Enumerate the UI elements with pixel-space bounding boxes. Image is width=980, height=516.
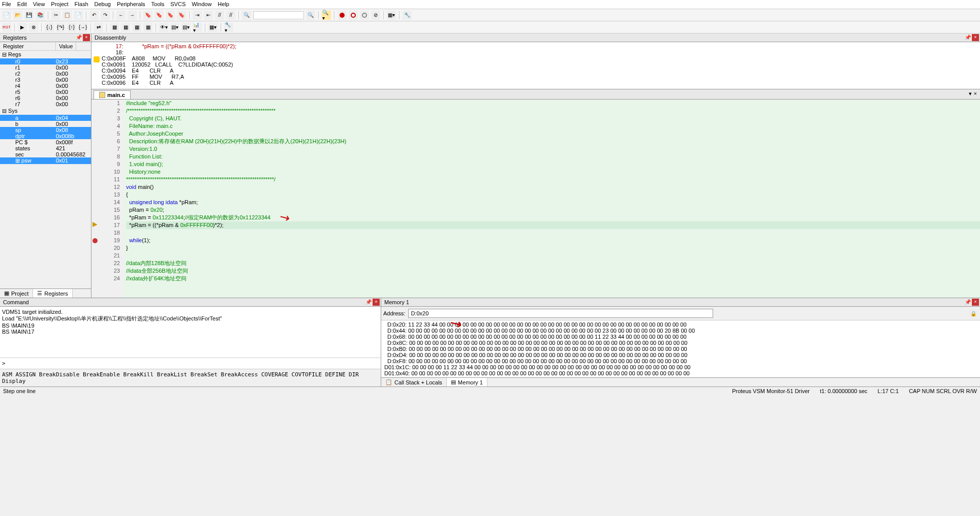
register-row[interactable]: b0x00: [0, 121, 91, 127]
close-icon[interactable]: ×: [83, 34, 90, 41]
menu-debug[interactable]: Debug: [95, 1, 111, 8]
cut-icon[interactable]: ✂: [51, 11, 60, 20]
open-icon[interactable]: 📂: [13, 11, 22, 20]
memory1-tab[interactable]: ▤Memory 1: [447, 378, 487, 386]
win1-icon[interactable]: ▦: [110, 23, 119, 32]
code-line[interactable]: void main(): [126, 183, 980, 191]
register-row[interactable]: dptr0x008b: [0, 133, 91, 139]
breakpoint-disable-icon[interactable]: [360, 11, 369, 20]
win4-icon[interactable]: ▦: [143, 23, 152, 32]
window-icon[interactable]: ▦▾: [387, 11, 396, 20]
code-line[interactable]: 1.void main();: [126, 160, 980, 168]
find2-icon[interactable]: 🔍: [306, 11, 315, 20]
registers-tab[interactable]: ☰Registers: [33, 289, 72, 298]
pin-icon[interactable]: 📌: [965, 299, 971, 305]
code-line[interactable]: while(1);: [126, 237, 980, 244]
address-input[interactable]: [408, 309, 713, 318]
stop-icon[interactable]: ⊗: [29, 23, 38, 32]
code-line[interactable]: //data内部128B地址空间: [126, 260, 980, 267]
code-line[interactable]: //idata全部256B地址空间: [126, 267, 980, 275]
pin-icon[interactable]: 📌: [76, 35, 82, 40]
win2-icon[interactable]: ▦: [121, 23, 130, 32]
pin-icon[interactable]: 📌: [365, 299, 372, 305]
register-row[interactable]: sec0.00045682: [0, 151, 91, 157]
run-icon[interactable]: ▶: [18, 23, 27, 32]
serial-icon[interactable]: ▤▾: [181, 23, 191, 32]
bookmark-icon[interactable]: 🔖: [143, 11, 152, 20]
code-editor[interactable]: ⯈ 12345678910111213141516171819202122232…: [91, 100, 980, 298]
analysis-icon[interactable]: 📊▾: [193, 23, 202, 32]
command-input[interactable]: [1, 359, 380, 368]
mem-icon[interactable]: ▤▾: [170, 23, 179, 32]
callstack-tab[interactable]: 📋Call Stack + Locals: [381, 378, 447, 386]
nav-fwd-icon[interactable]: →: [128, 11, 137, 20]
breakpoint-icon[interactable]: [93, 238, 98, 243]
menu-help[interactable]: Help: [218, 1, 229, 8]
registers-tree[interactable]: ⊟ Regs r00x23 r10x00 r20x00 r30x00 r40x0…: [0, 51, 91, 288]
bm-prev-icon[interactable]: 🔖: [155, 11, 164, 20]
pin-icon[interactable]: 📌: [965, 35, 971, 40]
register-row[interactable]: r50x00: [0, 89, 91, 95]
undo-icon[interactable]: ↶: [89, 11, 99, 20]
editor-tab-main[interactable]: main.c: [94, 90, 131, 99]
uncomment-icon[interactable]: //: [226, 11, 235, 20]
menu-view[interactable]: View: [33, 1, 45, 8]
close-icon[interactable]: ×: [373, 299, 380, 306]
menu-file[interactable]: File: [2, 1, 11, 8]
code-line[interactable]: Author:JosephCooper: [126, 130, 980, 138]
code-line[interactable]: FileName: main.c: [126, 122, 980, 130]
register-row[interactable]: ⊞ psw0x01: [0, 157, 91, 164]
disassembly-body[interactable]: 17: *pRam = ((*pRam & 0xFFFFFF00)*2); 18…: [91, 42, 980, 89]
step-out-icon[interactable]: {↑}: [67, 23, 76, 32]
menu-edit[interactable]: Edit: [17, 1, 27, 8]
menu-tools[interactable]: Tools: [151, 1, 165, 8]
register-row[interactable]: r70x00: [0, 101, 91, 107]
nav-dropdown-icon[interactable]: ▾: [969, 90, 972, 98]
register-row[interactable]: sp0x08: [0, 127, 91, 133]
code-line[interactable]: [126, 252, 980, 260]
memory-dump[interactable]: ↘ D:0x20: 11 22 33 44 00 00 00 00 00 00 …: [381, 320, 980, 377]
register-row[interactable]: r30x00: [0, 77, 91, 83]
debug-icon[interactable]: 🔍▾: [322, 11, 331, 20]
trace-icon[interactable]: ▦▾: [208, 23, 218, 32]
code-line[interactable]: Description:将存储在RAM (20H)(21H)(22H)中的数据乘…: [126, 138, 980, 145]
menu-svcs[interactable]: SVCS: [170, 1, 186, 8]
win3-icon[interactable]: ▦: [132, 23, 141, 32]
code-line[interactable]: #include "reg52.h": [126, 100, 980, 107]
code-line[interactable]: {: [126, 191, 980, 199]
new-icon[interactable]: 📄: [2, 11, 11, 20]
menu-flash[interactable]: Flash: [75, 1, 88, 8]
code-line[interactable]: History:none: [126, 168, 980, 176]
reg-group[interactable]: ⊟ Regs: [0, 51, 91, 58]
code-line[interactable]: Function List:: [126, 153, 980, 160]
code-line[interactable]: }: [126, 244, 980, 252]
saveall-icon[interactable]: 📚: [36, 11, 45, 20]
code-line[interactable]: /***************************************…: [126, 107, 980, 115]
project-tab[interactable]: ▦Project: [0, 289, 33, 298]
code-line[interactable]: pRam = 0x20;: [126, 206, 980, 214]
outdent-icon[interactable]: ⇤: [204, 11, 213, 20]
show-disasm-icon[interactable]: ⇄: [94, 23, 103, 32]
bm-next-icon[interactable]: 🔖: [166, 11, 175, 20]
register-row[interactable]: r60x00: [0, 95, 91, 101]
menu-project[interactable]: Project: [51, 1, 68, 8]
register-row[interactable]: r10x00: [0, 64, 91, 71]
find-input[interactable]: [253, 11, 304, 19]
paste-icon[interactable]: 📄: [74, 11, 83, 20]
toolbox-icon[interactable]: 🔧▾: [224, 23, 233, 32]
record-icon[interactable]: [338, 11, 347, 20]
code-line[interactable]: Copyright (C), HAUT.: [126, 115, 980, 122]
bm-clear-icon[interactable]: 🔖: [177, 11, 186, 20]
close-icon[interactable]: ×: [972, 34, 979, 41]
breakpoint-kill-icon[interactable]: ⊘: [371, 11, 380, 20]
step-icon[interactable]: {↓}: [45, 23, 54, 32]
code-line[interactable]: [126, 229, 980, 237]
reset-icon[interactable]: RST: [2, 23, 11, 32]
run-to-icon[interactable]: {→}: [78, 23, 87, 32]
config-icon[interactable]: 🔧: [403, 11, 412, 20]
code-line[interactable]: Version:1.0: [126, 145, 980, 153]
step-over-icon[interactable]: {↷}: [56, 23, 65, 32]
comment-icon[interactable]: //: [215, 11, 224, 20]
code-line[interactable]: *pRam = ((*pRam & 0xFFFFFF00)*2);: [126, 221, 980, 229]
redo-icon[interactable]: ↷: [101, 11, 110, 20]
